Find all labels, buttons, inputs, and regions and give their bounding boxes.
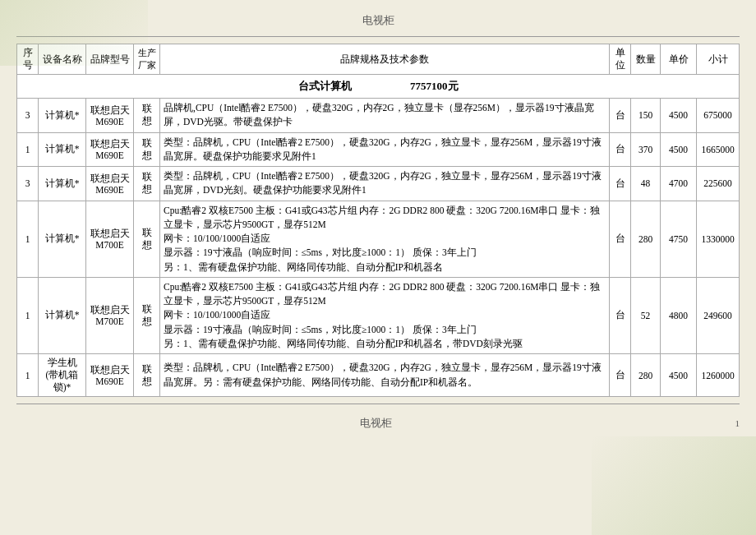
table-row: 1 计算机* 联想启天M700E 联想 Cpu:酷睿2 双核E7500 主板：G… [17,277,740,353]
cell-seq: 1 [17,354,39,397]
cell-mfr: 联想 [134,201,160,277]
cell-brand: 联想启天M700E [86,201,134,277]
header-unit-price: 单价 [661,44,697,75]
cell-qty: 52 [631,277,661,353]
cell-brand: 联想启天M700E [86,277,134,353]
cell-price: 4800 [661,277,697,353]
cell-seq: 1 [17,201,39,277]
table-row: 3 计算机* 联想启天M690E 联想 品牌机,CPU（Intel酷睿2 E75… [17,99,740,133]
header-spec: 品牌规格及技术参数 [160,44,610,75]
table-row: 1 学生机(带机箱锁)* 联想启天M690E 联想 类型：品牌机，CPU（Int… [17,354,740,397]
page-footer: 电视柜 1 [16,408,740,439]
table-header-row: 序号 设备名称 品牌型号 生产厂家 品牌规格及技术参数 单位 数量 单价 小计 [17,44,740,75]
header-seq: 序号 [17,44,39,75]
cell-spec: 类型：品牌机，CPU（Intel酷睿2 E7500），硬盘320G，内存2G，独… [160,167,610,201]
cell-brand: 联想启天M690E [86,167,134,201]
cell-brand: 联想启天M690E [86,132,134,167]
header-brand-model: 品牌型号 [86,44,134,75]
cell-name: 计算机* [39,99,86,133]
header-unit: 单位 [610,44,631,75]
cell-brand: 联想启天M690E [86,99,134,133]
cell-unit: 台 [610,167,631,201]
header-quantity: 数量 [631,44,661,75]
page-header: 电视柜 [16,8,740,33]
cell-brand: 联想启天M690E [86,354,134,397]
cell-mfr: 联想 [134,132,160,167]
cell-seq: 1 [17,132,39,167]
section-header-row: 台式计算机 7757100元 [17,75,740,99]
cell-qty: 280 [631,354,661,397]
cell-subtotal: 249600 [697,277,740,353]
cell-subtotal: 1330000 [697,201,740,277]
cell-price: 4750 [661,201,697,277]
header-name: 设备名称 [39,44,86,75]
cell-unit: 台 [610,354,631,397]
cell-subtotal: 1260000 [697,354,740,397]
cell-unit: 台 [610,132,631,167]
cell-unit: 台 [610,201,631,277]
cell-spec: Cpu:酷睿2 双核E7500 主板：G41或G43芯片组 内存：2G DDR2… [160,277,610,353]
cell-subtotal: 675000 [697,99,740,133]
footer-text: 电视柜 [16,411,735,436]
bottom-divider [16,404,740,404]
main-table: 序号 设备名称 品牌型号 生产厂家 品牌规格及技术参数 单位 数量 单价 小计 … [16,44,740,397]
table-row: 1 计算机* 联想启天M690E 联想 类型：品牌机，CPU（Intel酷睿2 … [17,132,740,167]
cell-mfr: 联想 [134,277,160,353]
page-wrapper: 电视柜 序号 设备名称 品牌型号 生产厂家 品牌规格及技术参数 单位 数量 单价 [0,0,756,535]
cell-price: 4700 [661,167,697,201]
cell-unit: 台 [610,277,631,353]
cell-price: 4500 [661,354,697,397]
cell-seq: 3 [17,167,39,201]
cell-spec: 类型：品牌机，CPU（Intel酷睿2 E7500），硬盘320G，内存2G，独… [160,354,610,397]
cell-mfr: 联想 [134,99,160,133]
cell-price: 4500 [661,99,697,133]
cell-name: 计算机* [39,201,86,277]
footer-page: 1 [735,418,740,428]
cell-seq: 1 [17,277,39,353]
cell-name: 计算机* [39,132,86,167]
cell-spec: 类型：品牌机，CPU（Intel酷睿2 E7500），硬盘320G，内存2G，独… [160,132,610,167]
cell-name: 计算机* [39,277,86,353]
cell-qty: 280 [631,201,661,277]
cell-spec: Cpu:酷睿2 双核E7500 主板：G41或G43芯片组 内存：2G DDR2… [160,201,610,277]
cell-price: 4500 [661,132,697,167]
cell-qty: 48 [631,167,661,201]
cell-qty: 150 [631,99,661,133]
cell-spec: 品牌机,CPU（Intel酷睿2 E7500），硬盘320G，内存2G，独立显卡… [160,99,610,133]
cell-qty: 370 [631,132,661,167]
cell-seq: 3 [17,99,39,133]
cell-mfr: 联想 [134,167,160,201]
table-row: 1 计算机* 联想启天M700E 联想 Cpu:酷睿2 双核E7500 主板：G… [17,201,740,277]
cell-mfr: 联想 [134,354,160,397]
table-row: 3 计算机* 联想启天M690E 联想 类型：品牌机，CPU（Intel酷睿2 … [17,167,740,201]
top-divider [16,36,740,37]
cell-name: 计算机* [39,167,86,201]
cell-unit: 台 [610,99,631,133]
header-manufacturer: 生产厂家 [134,44,160,75]
cell-subtotal: 225600 [697,167,740,201]
cell-name: 学生机(带机箱锁)* [39,354,86,397]
header-subtotal: 小计 [697,44,740,75]
cell-subtotal: 1665000 [697,132,740,167]
header-text: 电视柜 [362,14,394,26]
bg-decoration-br [592,436,756,535]
section-label: 台式计算机 7757100元 [17,75,740,99]
